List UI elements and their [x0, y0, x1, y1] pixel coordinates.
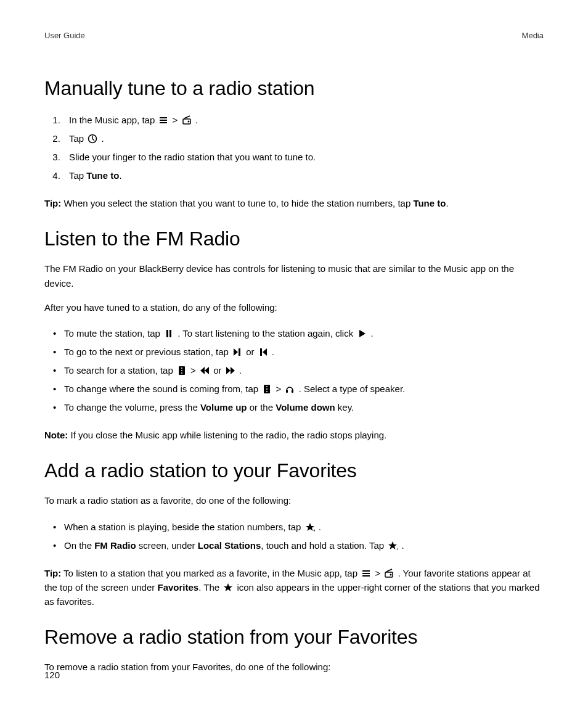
fm-note: Note: If you close the Music app while l… [44, 428, 544, 442]
step-2: Tap . [63, 129, 544, 148]
heading-add-favorite: Add a radio station to your Favorites [44, 459, 544, 482]
next-track-icon [232, 347, 242, 356]
remove-lead: To remove a radio station from your Favo… [44, 660, 544, 674]
fav-tip: Tip: To listen to a station that you mar… [44, 566, 544, 609]
more-icon [177, 365, 187, 375]
fav-actions-list: When a station is playing, beside the st… [44, 518, 544, 555]
fm-actions-list: To mute the station, tap . To start list… [44, 324, 544, 417]
star-add-icon [305, 522, 315, 532]
step-4: Tap Tune to. [63, 166, 544, 185]
heading-manually-tune: Manually tune to a radio station [44, 77, 544, 100]
action-search: To search for a station, tap > or . [57, 361, 544, 380]
action-mute: To mute the station, tap . To start list… [57, 324, 544, 343]
step-3: Slide your finger to the radio station t… [63, 148, 544, 166]
star-add-icon [388, 540, 398, 550]
more-icon [262, 384, 272, 393]
radio-icon [182, 115, 192, 125]
action-sound-output: To change where the sound is coming from… [57, 380, 544, 398]
action-next-prev: To go to the next or previous station, t… [57, 343, 544, 361]
step-1: In the Music app, tap > . [63, 111, 544, 129]
menu-icon [158, 115, 168, 125]
rewind-icon [200, 365, 210, 375]
tune-dial-icon [88, 133, 97, 143]
heading-listen-fm: Listen to the FM Radio [44, 228, 544, 250]
fm-lead: After you have tuned to a station, do an… [44, 300, 544, 314]
fav-action-local: On the FM Radio screen, under Local Stat… [57, 536, 544, 555]
header-left: User Guide [44, 31, 85, 40]
radio-icon [384, 568, 394, 578]
heading-remove-favorite: Remove a radio station from your Favorit… [44, 626, 544, 649]
pause-icon [164, 328, 174, 338]
document-page: User Guide Media Manually tune to a radi… [0, 0, 588, 706]
prev-track-icon [258, 347, 268, 356]
page-number: 120 [44, 670, 60, 680]
fm-intro: The FM Radio on your BlackBerry device h… [44, 261, 544, 290]
menu-icon [361, 568, 371, 578]
headphones-icon [285, 384, 295, 393]
action-volume: To change the volume, press the Volume u… [57, 398, 544, 417]
play-icon [357, 328, 367, 338]
page-header: User Guide Media [44, 31, 544, 40]
tip-1: Tip: When you select the station that yo… [44, 196, 544, 210]
header-right: Media [522, 31, 544, 40]
steps-list: In the Music app, tap > . Tap . Slide yo… [44, 111, 544, 185]
fast-forward-icon [226, 365, 235, 375]
fav-lead: To mark a radio station as a favorite, d… [44, 493, 544, 507]
fav-action-playing: When a station is playing, beside the st… [57, 518, 544, 536]
star-icon [223, 582, 233, 592]
